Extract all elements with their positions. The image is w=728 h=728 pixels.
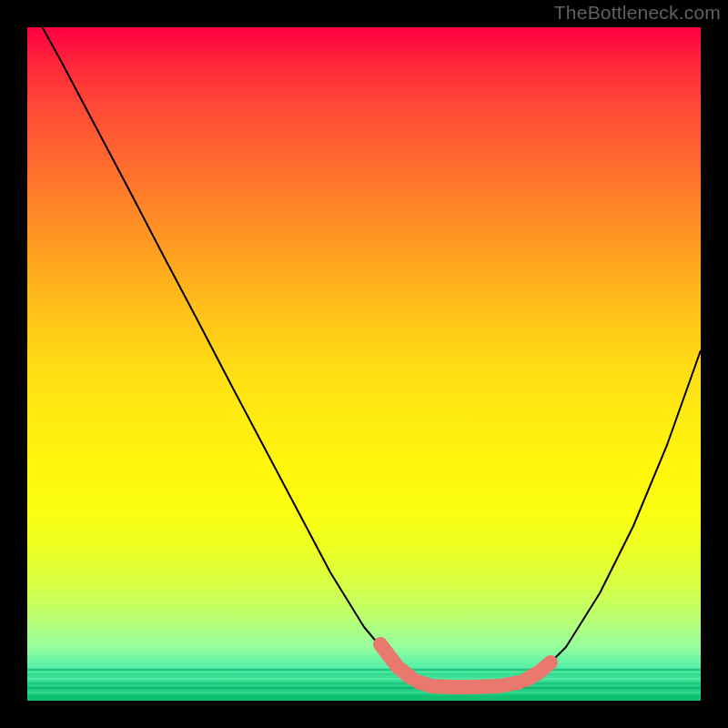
plot-area: [27, 27, 701, 701]
bottom-stripes: [27, 670, 701, 697]
plot-overlay: [27, 27, 701, 701]
watermark-text: TheBottleneck.com: [554, 2, 721, 24]
bottleneck-curve: [27, 0, 701, 687]
chart-frame: TheBottleneck.com: [0, 0, 728, 728]
optimal-range-highlight: [380, 644, 551, 687]
